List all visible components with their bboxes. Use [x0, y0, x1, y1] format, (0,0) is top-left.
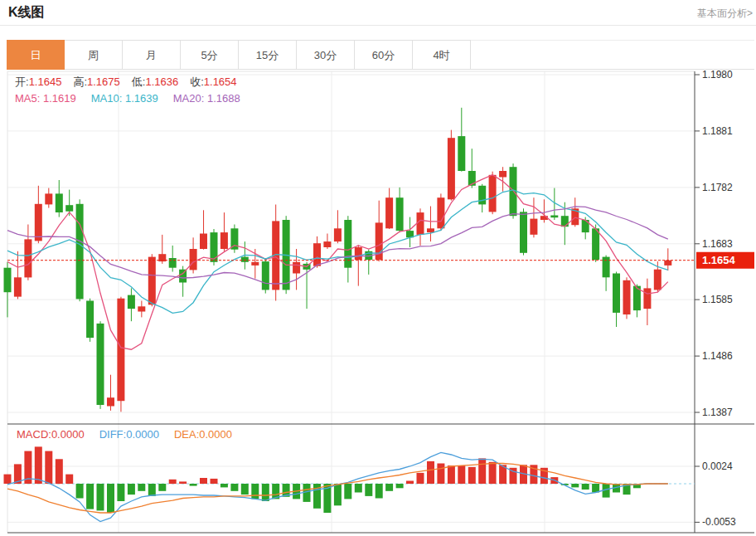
tab-month[interactable]: 月 — [123, 40, 181, 70]
macd-bar — [478, 458, 486, 484]
macd-bar — [530, 465, 537, 484]
candlestick-series — [4, 108, 672, 412]
candle-body — [385, 197, 393, 228]
macd-bar — [251, 484, 259, 499]
ma5-value: 1.1619 — [43, 92, 76, 105]
macd-bar — [117, 484, 124, 501]
candle-body — [158, 254, 166, 261]
candle-body — [355, 247, 362, 260]
macd-bar — [293, 484, 300, 499]
price-axis-label: 1.1387 — [702, 407, 733, 418]
macd-bar — [158, 484, 166, 491]
candle-body — [220, 232, 228, 249]
macd-bar — [24, 451, 32, 484]
tab-4hour[interactable]: 4时 — [413, 40, 471, 70]
candle-body — [376, 222, 383, 260]
macd-bar — [86, 484, 94, 509]
candle-body — [603, 257, 610, 278]
page-title: K线图 — [8, 4, 45, 22]
macd-bar — [272, 484, 279, 499]
candle-body — [448, 138, 455, 199]
candle-body — [437, 197, 444, 228]
high-value: 1.1675 — [87, 76, 120, 88]
macd-bar — [427, 461, 434, 484]
ma-lines-group — [7, 175, 668, 350]
macd-bar — [107, 484, 114, 513]
candle-body — [148, 257, 156, 305]
candle-body — [417, 212, 424, 235]
candle-body — [117, 299, 124, 402]
candle-body — [520, 212, 527, 252]
candle-body — [489, 175, 497, 212]
macd-bar — [190, 484, 197, 486]
current-price-group: 1.1654 — [7, 252, 754, 269]
candle-body — [540, 216, 548, 220]
frame-group — [7, 71, 754, 533]
price-axis-label: 1.1486 — [702, 350, 733, 362]
macd-bar — [241, 484, 249, 495]
macd-panel: 0.0024-0.0053 — [4, 446, 737, 528]
fundamental-analysis-link[interactable]: 基本面分析> — [697, 7, 753, 21]
dea-value: 0.0000 — [199, 428, 232, 441]
candle-body — [458, 136, 465, 171]
macd-bar — [623, 484, 631, 495]
low-label: 低: — [132, 76, 146, 88]
open-label: 开: — [15, 76, 29, 88]
candle-body — [76, 204, 84, 300]
tab-week[interactable]: 周 — [65, 40, 123, 70]
candle-body — [211, 232, 218, 262]
macd-bar — [458, 465, 465, 484]
dea-line — [7, 464, 668, 514]
macd-bar — [220, 484, 228, 487]
candle-body — [313, 243, 321, 266]
candle-body — [396, 197, 404, 231]
candle-body — [251, 262, 259, 266]
ma20-line — [7, 207, 668, 284]
candle-body — [510, 167, 517, 216]
ma5-line — [7, 175, 668, 350]
current-price-label: 1.1654 — [702, 254, 736, 266]
ohlc-readout: 开:1.1645高:1.1675低:1.1636收:1.1654 — [15, 75, 237, 90]
diff-line — [7, 452, 668, 521]
macd-bar — [323, 484, 331, 513]
macd-bar — [406, 481, 414, 485]
macd-bar — [128, 484, 135, 495]
candle-body — [241, 257, 249, 262]
price-axis-label: 1.1980 — [702, 69, 733, 80]
candle-body — [45, 193, 52, 204]
candle-body — [592, 228, 599, 260]
macd-bar — [76, 484, 84, 499]
ma10-line — [7, 190, 668, 314]
close-label: 收: — [190, 76, 204, 88]
macd-axis-label: -0.0053 — [702, 516, 736, 528]
macd-bar — [633, 484, 641, 488]
candle-body — [499, 171, 506, 178]
macd-bar — [396, 484, 404, 488]
candle-body — [613, 274, 620, 313]
macd-bar — [499, 465, 506, 484]
candle-body — [323, 241, 331, 247]
price-axis-label: 1.1585 — [702, 294, 733, 305]
open-value: 1.1645 — [29, 76, 62, 88]
macd-bar — [550, 477, 558, 484]
macd-bar — [35, 446, 42, 484]
candle-body — [86, 301, 94, 339]
macd-bar — [355, 484, 362, 493]
candle-body — [35, 204, 42, 241]
candle-body — [664, 261, 671, 266]
candle-body — [65, 205, 73, 212]
macd-bar — [303, 484, 311, 502]
tab-15min[interactable]: 15分 — [239, 40, 297, 70]
candle-body — [230, 228, 238, 249]
candle-body — [550, 216, 558, 218]
tab-day[interactable]: 日 — [7, 40, 65, 70]
tab-60min[interactable]: 60分 — [355, 40, 413, 70]
price-axis-label: 1.1881 — [702, 125, 733, 137]
tab-30min[interactable]: 30分 — [297, 40, 355, 70]
candle-body — [365, 251, 372, 260]
macd-bar — [489, 462, 497, 484]
candle-body — [530, 219, 537, 235]
tab-5min[interactable]: 5分 — [181, 40, 239, 70]
low-value: 1.1636 — [145, 76, 178, 88]
ma20-value: 1.1688 — [207, 92, 240, 105]
